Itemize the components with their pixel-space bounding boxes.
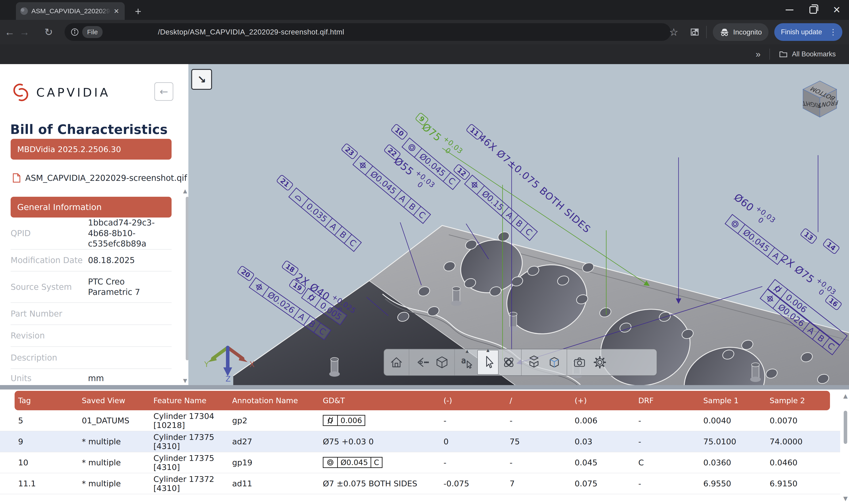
fcf-cell — [323, 457, 337, 467]
new-tab-button[interactable]: + — [135, 5, 141, 18]
general-info-row: Part Number — [11, 303, 171, 325]
svg-text:a: a — [461, 356, 466, 365]
cell-annotation-name: ad27 — [232, 437, 323, 446]
axis-x-label: X — [249, 360, 254, 369]
bookmarks-overflow-icon[interactable]: » — [756, 49, 761, 59]
tab-title: ASM_CAPVIDIA_2202029-scree — [31, 7, 111, 15]
window-minimize-button[interactable] — [785, 10, 794, 11]
table-row[interactable]: 11.1* multipleCylinder 17372 [4310]ad11Ø… — [0, 473, 840, 494]
column-header[interactable]: / — [510, 396, 575, 405]
table-scroll-up-icon[interactable]: ▲ — [843, 393, 848, 399]
table-row[interactable]: 501_DATUMSCylinder 17304 [10218]gp20.006… — [0, 410, 840, 431]
reading-list-icon[interactable] — [689, 27, 700, 37]
browser-menu-icon[interactable]: ⋮ — [827, 28, 839, 37]
info-value: 1bbcad74-29c3-4b68-8b10-c535efc8b89a — [88, 217, 167, 249]
cell-drf: - — [638, 437, 703, 446]
toolbar-divider — [706, 26, 707, 38]
cell-annotation-name: gp2 — [232, 416, 323, 425]
column-header[interactable]: Annotation Name — [232, 396, 323, 405]
cell-plus: 0.075 — [575, 479, 638, 488]
qif-file-item[interactable]: ASM_CAPVIDIA_2202029-screenshot.qif — [12, 173, 187, 183]
sidebar-collapse-button[interactable]: ← — [154, 82, 173, 101]
column-header[interactable]: Sample 1 — [703, 396, 770, 405]
browser-tab[interactable]: ASM_CAPVIDIA_2202029-scree ✕ — [16, 2, 125, 20]
expand-icon: ↘ — [197, 73, 206, 86]
view-cube[interactable]: BOTTOM RIGHT FRONT — [798, 78, 842, 121]
general-information-header[interactable]: General Information — [11, 197, 171, 217]
table-row[interactable]: 9* multipleCylinder 17375 [4310]ad27Ø75 … — [0, 431, 840, 452]
viewer-expand-button[interactable]: ↘ — [191, 69, 212, 90]
cell-feature-name: Cylinder 17375 [4310] — [153, 433, 232, 451]
reload-button[interactable]: ↻ — [39, 26, 58, 38]
sidebar: CAPVIDIA ← Bill of Characteristics MBDVi… — [0, 64, 188, 385]
file-scheme-chip[interactable]: File — [82, 26, 103, 38]
window-close-button[interactable]: ✕ — [833, 5, 841, 15]
cell-feature-name: Cylinder 17372 [4310] — [153, 474, 232, 493]
boc-table: TagSaved ViewFeature NameAnnotation Name… — [0, 390, 849, 504]
gdt-fcf: Ø0.045C — [323, 457, 382, 468]
column-header[interactable]: Feature Name — [153, 396, 232, 405]
sidebar-scroll-up-icon[interactable]: ▲ — [183, 188, 187, 194]
cell-sample2: 74.0000 — [770, 437, 840, 446]
cell-gdt: Ø75 +0.03 0 — [323, 437, 444, 446]
annotation-select-tool-icon[interactable]: a▲ — [457, 351, 477, 373]
explode-tool-icon[interactable] — [524, 351, 544, 373]
camera-tool-icon[interactable] — [569, 351, 590, 373]
settings-tool-icon[interactable] — [590, 351, 610, 373]
column-header[interactable]: DRF — [638, 396, 703, 405]
gdt-fcf: 0.006 — [323, 415, 365, 426]
all-bookmarks-label: All Bookmarks — [792, 50, 836, 58]
incognito-badge: Incognito — [713, 23, 769, 41]
address-bar[interactable]: File /Desktop/ASM_CAPVIDIA_2202029-scree… — [65, 23, 671, 41]
window-restore-button[interactable] — [809, 6, 817, 14]
toolbar-group — [521, 349, 567, 375]
section-tool-icon[interactable] — [544, 351, 564, 373]
cell-sample2: 6.9150 — [770, 479, 840, 488]
cell-slash: 75 — [510, 437, 575, 446]
fcf-cell: C — [371, 457, 382, 467]
capvidia-logo-text: CAPVIDIA — [36, 86, 110, 100]
url-text[interactable]: /Desktop/ASM_CAPVIDIA_2202029-screenshot… — [158, 28, 344, 36]
cell-minus: -0.075 — [444, 479, 510, 488]
info-icon[interactable] — [70, 28, 79, 36]
column-header[interactable]: Tag — [18, 396, 82, 405]
cell-plus: 0.045 — [575, 458, 638, 467]
finish-update-button[interactable]: Finish update ⋮ — [774, 23, 842, 41]
file-icon — [12, 173, 21, 183]
table-row[interactable]: 10* multipleCylinder 17375 [4310]gp19Ø0.… — [0, 452, 840, 473]
bookmark-star-icon[interactable]: ☆ — [669, 26, 678, 38]
toolbar-group — [567, 349, 612, 375]
cell-saved-view: * multiple — [82, 479, 153, 488]
home-tool-icon[interactable] — [386, 351, 407, 373]
table-scroll-down-icon[interactable]: ▼ — [843, 495, 848, 502]
forward-button[interactable]: → — [19, 26, 39, 38]
column-header[interactable]: GD&T — [323, 396, 444, 405]
cursor-tool-icon[interactable]: ▲ — [477, 350, 499, 375]
fcf-cell: 0.006 — [337, 416, 365, 425]
tab-close-icon[interactable]: ✕ — [114, 7, 119, 15]
back-button[interactable]: ← — [0, 26, 19, 38]
info-label: Description — [11, 353, 88, 362]
cell-plus: 0.03 — [575, 437, 638, 446]
orbit-tool-icon[interactable] — [499, 351, 519, 373]
all-bookmarks-button[interactable]: All Bookmarks — [779, 50, 836, 59]
column-header[interactable]: Saved View — [82, 396, 153, 405]
eye-hidden-tool-icon[interactable] — [412, 351, 432, 373]
info-value: 08.18.2025 — [88, 255, 167, 266]
column-header[interactable]: (-) — [444, 396, 510, 405]
general-information-table: QPID1bbcad74-29c3-4b68-8b10-c535efc8b89a… — [11, 217, 171, 385]
cube-tool-icon[interactable] — [432, 351, 452, 373]
sidebar-scroll-down-icon[interactable]: ▼ — [183, 378, 187, 384]
cell-drf: - — [638, 416, 703, 425]
capvidia-logo: CAPVIDIA — [11, 82, 110, 103]
toolbar-group — [384, 349, 409, 375]
tool-caret-icon: ▲ — [466, 348, 469, 353]
general-info-row: QPID1bbcad74-29c3-4b68-8b10-c535efc8b89a — [11, 217, 171, 250]
column-header[interactable]: Sample 2 — [770, 396, 830, 405]
cell-sample2: 0.0070 — [770, 416, 840, 425]
column-header[interactable]: (+) — [575, 396, 638, 405]
cell-feature-name: Cylinder 17375 [4310] — [153, 454, 232, 472]
axis-y-label: Y — [204, 360, 209, 369]
viewer-3d[interactable]: ↘ 9Ø75+0.03010Ø0.045C1146X Ø7±0.075 BOTH… — [188, 64, 849, 385]
table-scrollbar[interactable] — [844, 411, 847, 444]
